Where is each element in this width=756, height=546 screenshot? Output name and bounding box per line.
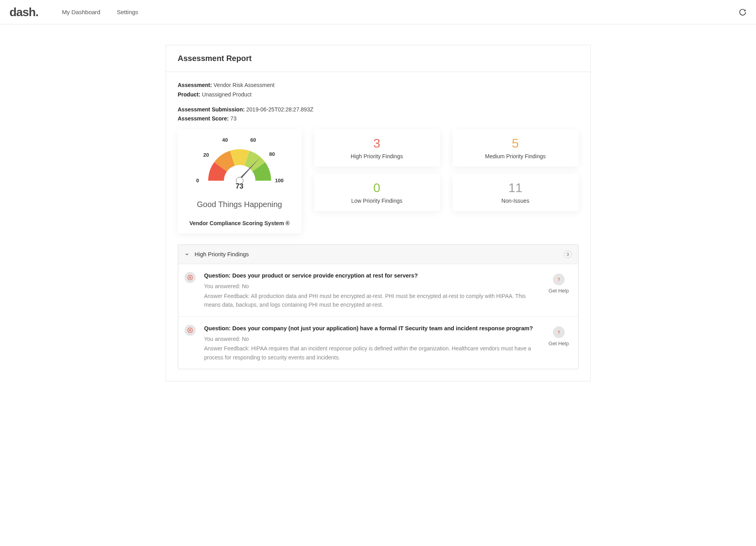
finding-question-label: Question: xyxy=(204,325,231,331)
get-help-label: Get Help xyxy=(546,341,572,346)
get-help-label: Get Help xyxy=(546,288,572,294)
gauge-chart: 0 20 40 60 80 100 73 xyxy=(196,135,283,191)
finding-feedback-prefix: Answer Feedback: xyxy=(204,293,250,299)
assessment-report-card: Assessment Report Assessment: Vendor Ris… xyxy=(166,45,591,381)
finding-question-text: Does your product or service provide enc… xyxy=(232,272,418,279)
finding-item: Question: Does your product or service p… xyxy=(178,264,578,316)
finding-feedback-prefix: Answer Feedback: xyxy=(204,345,250,352)
meta-submission-label: Assessment Submission: xyxy=(178,106,245,113)
gauge-tick-100: 100 xyxy=(275,178,284,183)
stat-low-label: Low Priority Findings xyxy=(318,198,436,204)
refresh-icon[interactable] xyxy=(739,8,747,16)
logo: dash xyxy=(9,6,38,19)
svg-point-10 xyxy=(558,333,559,334)
stat-non-label: Non-Issues xyxy=(457,198,575,204)
report-meta-block-1: Assessment: Vendor Risk Assessment Produ… xyxy=(178,81,579,100)
meta-score-label: Assessment Score: xyxy=(178,115,229,122)
gauge-tick-0: 0 xyxy=(196,178,199,183)
error-icon xyxy=(185,325,196,336)
stat-low-value: 0 xyxy=(318,181,436,195)
meta-assessment-label: Assessment: xyxy=(178,82,212,88)
finding-question-text: Does your company (not just your applica… xyxy=(232,325,533,331)
stat-non-issues: 11 Non-Issues xyxy=(453,174,579,211)
gauge-tick-40: 40 xyxy=(222,137,228,143)
top-nav: dash My Dashboard Settings xyxy=(0,0,756,24)
finding-feedback-text: HIPAA requires that an incident response… xyxy=(204,345,531,360)
finding-answered-prefix: You answered: xyxy=(204,283,240,289)
stat-high-value: 3 xyxy=(318,136,436,151)
finding-answered-prefix: You answered: xyxy=(204,336,240,342)
stat-low-priority: 0 Low Priority Findings xyxy=(314,174,440,211)
finding-answered-value: No xyxy=(242,283,249,289)
gauge-score: 73 xyxy=(235,182,243,191)
gauge-system-label: Vendor Compliance Scoring System ® xyxy=(182,220,298,226)
page-title: Assessment Report xyxy=(178,54,579,63)
report-meta-block-2: Assessment Submission: 2019-06-25T02:28:… xyxy=(178,105,579,124)
svg-point-6 xyxy=(558,281,559,281)
stat-medium-priority: 5 Medium Priority Findings xyxy=(453,129,579,167)
nav-my-dashboard[interactable]: My Dashboard xyxy=(62,9,100,15)
meta-submission-value: 2019-06-25T02:28:27.893Z xyxy=(246,106,313,113)
meta-score-value: 73 xyxy=(230,115,237,122)
gauge-message: Good Things Happening xyxy=(182,200,298,209)
gauge-tick-60: 60 xyxy=(250,137,256,143)
stat-high-priority: 3 High Priority Findings xyxy=(314,129,440,167)
stat-medium-label: Medium Priority Findings xyxy=(457,153,575,159)
stat-high-label: High Priority Findings xyxy=(318,153,436,159)
findings-header[interactable]: High Priority Findings 3 xyxy=(178,245,578,264)
finding-answered-value: No xyxy=(242,336,249,342)
gauge-tick-80: 80 xyxy=(269,151,275,157)
error-icon xyxy=(185,272,196,283)
stat-non-value: 11 xyxy=(457,181,575,195)
finding-item: Question: Does your company (not just yo… xyxy=(178,317,578,369)
gauge-card: 0 20 40 60 80 100 73 Good Things Happeni… xyxy=(178,129,301,233)
meta-product-value: Unassigned Product xyxy=(202,91,251,98)
finding-feedback-text: All production data and PHI must be encr… xyxy=(204,293,526,308)
meta-product-label: Product: xyxy=(178,91,201,98)
gauge-tick-20: 20 xyxy=(203,152,209,158)
findings-count-badge: 3 xyxy=(564,250,572,258)
nav-settings[interactable]: Settings xyxy=(117,9,138,15)
findings-panel: High Priority Findings 3 Question: D xyxy=(178,244,579,369)
chevron-down-icon xyxy=(185,252,189,257)
meta-assessment-value: Vendor Risk Assessment xyxy=(214,82,275,88)
finding-question-label: Question: xyxy=(204,272,231,279)
stat-medium-value: 5 xyxy=(457,136,575,151)
get-help-button[interactable] xyxy=(553,274,565,285)
findings-title: High Priority Findings xyxy=(195,251,249,257)
get-help-button[interactable] xyxy=(553,326,565,338)
